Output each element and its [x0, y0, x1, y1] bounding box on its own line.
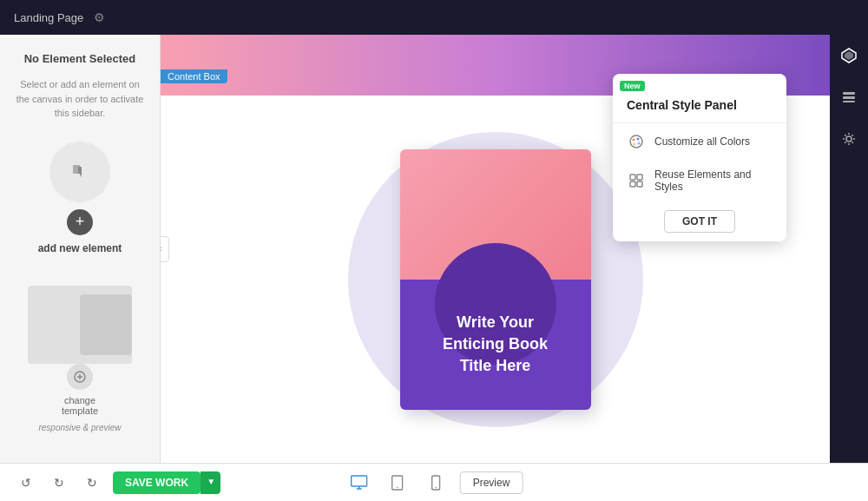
save-work-wrap: SAVE WORK ▼ [113, 471, 220, 494]
content-box-label: Content Box [161, 69, 227, 83]
sidebar-hint: Select or add an element on the canvas i… [14, 77, 146, 121]
book-text: Write YourEnticing BookTitle Here [443, 312, 548, 378]
save-dropdown-button[interactable]: ▼ [201, 471, 220, 494]
customize-colors-label: Customize all Colors [654, 135, 750, 148]
right-panel-settings-icon[interactable] [835, 125, 863, 153]
svg-rect-15 [843, 92, 855, 95]
right-panel-logo-icon[interactable] [835, 42, 863, 69]
preview-inner [80, 294, 132, 355]
popup-footer: GOT IT [613, 201, 786, 241]
change-template-icon[interactable] [67, 364, 93, 390]
style-panel-popup: New Central Style Panel Customize all Co… [613, 74, 786, 241]
bottom-bar: ↺ ↻ ↻ SAVE WORK ▼ Preview [0, 463, 868, 501]
add-element-icon-wrap [49, 142, 110, 202]
reuse-icon [627, 171, 646, 190]
svg-marker-14 [845, 51, 853, 60]
undo-button[interactable]: ↺ [14, 471, 38, 495]
top-bar-gear-icon[interactable]: ⚙ [94, 10, 105, 24]
left-sidebar: No Element Selected Select or add an ele… [0, 35, 161, 463]
svg-point-23 [397, 486, 398, 488]
palette-icon [627, 132, 646, 151]
no-element-title: No Element Selected [24, 52, 136, 65]
right-panel-layers-icon[interactable] [835, 83, 863, 111]
desktop-view-button[interactable] [345, 469, 373, 497]
main-layout: No Element Selected Select or add an ele… [0, 35, 868, 463]
preview-box [28, 286, 132, 364]
svg-point-18 [846, 136, 852, 142]
preview-button[interactable]: Preview [460, 471, 523, 494]
book-bottom: Write YourEnticing BookTitle Here [400, 280, 591, 410]
svg-rect-1 [78, 167, 82, 174]
svg-point-8 [634, 143, 636, 146]
svg-point-4 [630, 135, 642, 148]
reuse-elements-label: Reuse Elements and Styles [654, 168, 773, 193]
brush-icon [69, 162, 90, 182]
mobile-view-button[interactable] [422, 469, 450, 497]
reuse-elements-item[interactable]: Reuse Elements and Styles [613, 160, 786, 201]
device-controls: Preview [345, 469, 523, 497]
svg-rect-17 [843, 101, 855, 102]
svg-rect-16 [843, 96, 855, 99]
canvas-area: Content Box Write YourEnticing BookTitle… [161, 35, 830, 463]
add-element-area: + add new element [38, 142, 122, 254]
save-work-button[interactable]: SAVE WORK [113, 471, 201, 494]
top-bar: Landing Page ⚙ [0, 0, 868, 35]
got-it-button[interactable]: GOT IT [664, 210, 735, 233]
svg-rect-12 [637, 181, 642, 187]
svg-point-5 [633, 139, 635, 142]
redo-button-2[interactable]: ↻ [80, 471, 104, 495]
top-bar-title: Landing Page [14, 11, 83, 24]
redo-button-1[interactable]: ↻ [47, 471, 71, 495]
svg-rect-9 [630, 175, 635, 180]
tablet-view-button[interactable] [384, 469, 411, 497]
new-badge: New [620, 81, 645, 91]
svg-point-25 [435, 486, 437, 488]
add-element-label: add new element [38, 242, 122, 254]
add-element-plus-button[interactable]: + [67, 209, 93, 235]
svg-marker-2 [80, 174, 82, 177]
customize-colors-item[interactable]: Customize all Colors [613, 123, 786, 160]
responsive-label: responsive & preview [38, 423, 121, 432]
svg-point-6 [637, 138, 640, 141]
template-icon [73, 370, 87, 384]
svg-rect-11 [630, 181, 635, 187]
svg-point-7 [638, 142, 641, 145]
collapse-arrow-button[interactable]: ‹ [161, 236, 169, 262]
svg-rect-19 [352, 476, 367, 486]
book-illustration: Write YourEnticing BookTitle Here [400, 149, 591, 410]
change-template-label: changetemplate [62, 395, 98, 416]
right-panel [830, 35, 868, 463]
change-template-area: changetemplate [62, 364, 98, 416]
svg-rect-10 [637, 175, 642, 180]
bottom-left-controls: ↺ ↻ ↻ SAVE WORK ▼ [14, 471, 220, 495]
